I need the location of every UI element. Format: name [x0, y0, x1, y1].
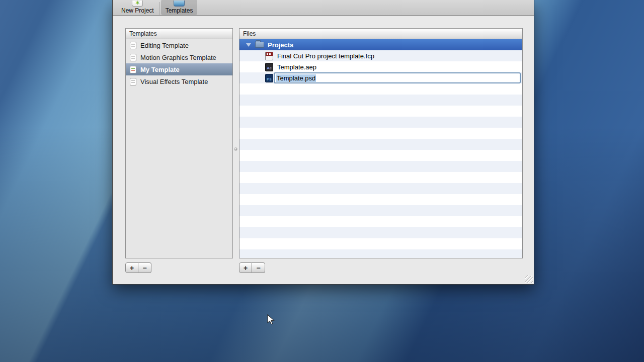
after-effects-file-icon: Ae — [265, 63, 273, 71]
template-item-label: Visual Effects Template — [140, 78, 208, 85]
desktop-background: New Project Templates Templates Editing … — [0, 0, 644, 362]
template-document-icon — [130, 54, 136, 61]
mouse-cursor-icon — [267, 314, 275, 325]
template-item-label: My Template — [140, 66, 180, 73]
file-row-fcp[interactable]: Final Cut Pro project template.fcp — [239, 50, 522, 61]
templates-add-remove-buttons: + − — [125, 262, 151, 273]
template-list-item-selected[interactable]: My Template — [126, 63, 232, 75]
template-document-icon — [130, 78, 136, 85]
templates-list: Editing Template Motion Graphics Templat… — [126, 39, 232, 258]
template-item-label: Motion Graphics Template — [140, 54, 216, 61]
template-document-icon — [130, 66, 136, 73]
files-remove-button[interactable]: − — [252, 262, 265, 273]
folder-name: Projects — [268, 41, 293, 49]
files-add-button[interactable]: + — [239, 262, 252, 273]
templates-remove-button[interactable]: − — [138, 262, 151, 273]
template-list-item[interactable]: Editing Template — [126, 39, 232, 51]
file-row-aep[interactable]: Ae Template.aep — [239, 61, 522, 72]
templates-panel-header: Templates — [126, 29, 232, 39]
files-panel-header: Files — [239, 29, 522, 39]
new-project-icon — [132, 1, 143, 7]
toolbar-divider — [159, 2, 160, 15]
template-item-label: Editing Template — [140, 42, 189, 49]
filename-edit-field[interactable]: Template.psd — [274, 72, 521, 83]
window-toolbar: New Project Templates — [113, 0, 534, 16]
toolbar-item-label: New Project — [121, 8, 154, 14]
file-name: Template.aep — [277, 63, 316, 71]
photoshop-file-icon: Ps — [265, 74, 273, 82]
file-row-psd-editing[interactable]: Ps Template.psd — [239, 72, 522, 83]
panel-splitter-handle[interactable] — [234, 147, 237, 151]
file-name: Final Cut Pro project template.fcp — [277, 52, 374, 60]
template-chooser-window: New Project Templates Templates Editing … — [112, 0, 534, 285]
files-add-remove-buttons: + − — [239, 262, 265, 273]
files-list: Projects Final Cut Pro project template.… — [239, 39, 522, 258]
folder-row-projects[interactable]: Projects — [239, 39, 522, 50]
window-resize-grip[interactable] — [525, 276, 533, 283]
template-list-item[interactable]: Visual Effects Template — [126, 75, 232, 87]
templates-add-button[interactable]: + — [125, 262, 138, 273]
filename-edit-selected-text: Template.psd — [276, 74, 316, 82]
toolbar-item-label: Templates — [166, 8, 193, 14]
template-document-icon — [130, 42, 136, 49]
folder-icon — [255, 42, 264, 48]
templates-icon — [174, 1, 185, 7]
toolbar-item-new-project[interactable]: New Project — [117, 0, 158, 15]
files-panel: Files Projects Final Cut Pro project tem… — [239, 28, 523, 258]
disclosure-triangle-icon[interactable] — [246, 43, 251, 47]
final-cut-pro-file-icon — [265, 52, 273, 60]
toolbar-item-templates[interactable]: Templates — [161, 0, 198, 15]
template-list-item[interactable]: Motion Graphics Template — [126, 51, 232, 63]
templates-panel: Templates Editing Template Motion Graphi… — [125, 28, 233, 258]
